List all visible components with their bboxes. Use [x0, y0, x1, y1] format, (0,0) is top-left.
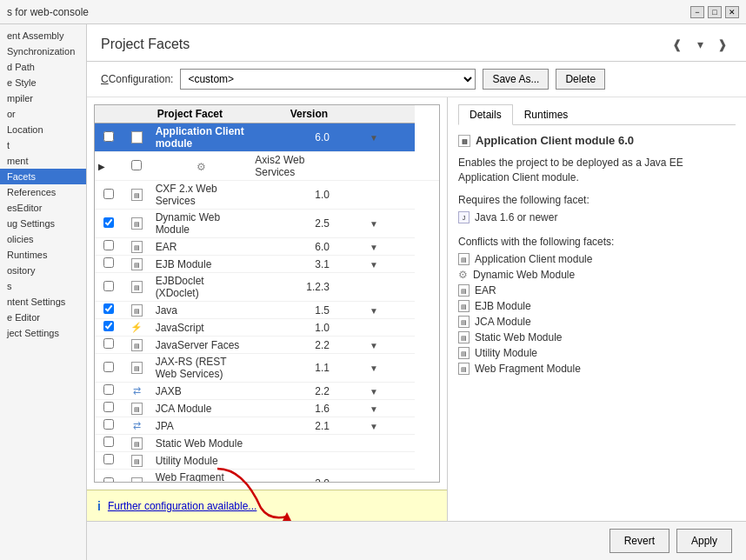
- facet-name: JavaScript: [152, 319, 252, 337]
- sidebar-item-location[interactable]: Location: [0, 122, 86, 137]
- facet-arrow[interactable]: ▼: [333, 210, 415, 238]
- facet-version: 1.0: [251, 319, 333, 337]
- sidebar-item-facets[interactable]: Facets: [0, 169, 86, 184]
- facet-arrow[interactable]: ▼: [333, 470, 415, 483]
- table-row[interactable]: ▤Application Client module6.0▼: [95, 123, 439, 152]
- back-button[interactable]: ❰: [668, 35, 687, 54]
- close-button[interactable]: ✕: [725, 6, 739, 18]
- list-item: ▤ EAR: [458, 283, 736, 298]
- sidebar-item-references[interactable]: References: [0, 184, 86, 200]
- facet-checkbox[interactable]: [103, 454, 114, 464]
- details-title: ▤ Application Client module 6.0: [458, 134, 736, 147]
- facet-checkbox[interactable]: [103, 384, 114, 395]
- facet-arrow[interactable]: ▼: [333, 302, 415, 319]
- config-select[interactable]: <custom>: [180, 69, 476, 90]
- facet-name: Utility Module: [152, 452, 252, 470]
- info-bar: i Further configuration available...: [87, 490, 447, 521]
- title-bar-controls: − □ ✕: [690, 6, 739, 18]
- table-row[interactable]: ⇄JAXB2.2▼: [95, 383, 439, 400]
- sidebar-item-eseditor[interactable]: esEditor: [0, 200, 86, 216]
- sidebar-item-s[interactable]: s: [0, 278, 86, 294]
- sidebar-item-ject-settings[interactable]: ject Settings: [0, 325, 86, 341]
- sidebar-item-olicies[interactable]: olicies: [0, 231, 86, 247]
- requires-title: Requires the following facet:: [458, 194, 736, 206]
- table-row[interactable]: ▤Web Fragment Module3.0▼: [95, 470, 439, 483]
- sidebar-item-ent-assembly[interactable]: ent Assembly: [0, 28, 86, 43]
- maximize-button[interactable]: □: [708, 6, 722, 18]
- sidebar-item-e-style[interactable]: e Style: [0, 75, 86, 90]
- table-row[interactable]: ⚡JavaScript1.0: [95, 319, 439, 337]
- tab-details[interactable]: Details: [458, 104, 513, 125]
- table-row[interactable]: ▤CXF 2.x Web Services1.0: [95, 181, 439, 210]
- table-row[interactable]: ▤EJBDoclet (XDoclet)1.2.3: [95, 273, 439, 302]
- table-row[interactable]: ▤Static Web Module: [95, 435, 439, 452]
- save-as-button[interactable]: Save As...: [483, 69, 549, 90]
- conflicts-list: ▤ Application Client module⚙ Dynamic Web…: [458, 251, 736, 377]
- table-row[interactable]: ▤EJB Module3.1▼: [95, 256, 439, 273]
- facets-table-container[interactable]: Project Facet Version ▤Application Clien…: [94, 104, 440, 483]
- sidebar-item-ntent-settings[interactable]: ntent Settings: [0, 294, 86, 310]
- facet-checkbox[interactable]: [103, 257, 114, 268]
- facet-arrow[interactable]: ▼: [333, 256, 415, 273]
- menu-button[interactable]: ▾: [690, 35, 709, 54]
- sidebar-item-or[interactable]: or: [0, 106, 86, 122]
- facet-version: 1.6: [251, 400, 333, 417]
- facet-arrow[interactable]: ▼: [333, 400, 415, 417]
- expand-arrow[interactable]: ▶: [95, 152, 122, 181]
- facet-checkbox[interactable]: [103, 281, 114, 291]
- tab-runtimes[interactable]: Runtimes: [513, 104, 580, 124]
- sidebar-item-d-path[interactable]: d Path: [0, 59, 86, 75]
- facet-arrow[interactable]: ▼: [333, 238, 415, 256]
- table-row[interactable]: ▤JCA Module1.6▼: [95, 400, 439, 417]
- facet-arrow[interactable]: ▼: [333, 354, 415, 383]
- further-config-link[interactable]: Further configuration available...: [108, 500, 256, 512]
- sidebar-item-synchronization[interactable]: Synchronization: [0, 43, 86, 59]
- forward-button[interactable]: ❱: [713, 35, 732, 54]
- table-row[interactable]: ▤JavaServer Faces2.2▼: [95, 337, 439, 354]
- facet-checkbox[interactable]: [103, 338, 114, 349]
- facet-arrow[interactable]: ▼: [333, 337, 415, 354]
- facet-arrow[interactable]: ▼: [333, 123, 415, 152]
- details-description: Enables the project to be deployed as a …: [458, 156, 736, 185]
- facet-arrow[interactable]: ▼: [333, 383, 415, 400]
- sidebar-item-t[interactable]: t: [0, 137, 86, 153]
- list-item: ⚙ Dynamic Web Module: [458, 267, 736, 283]
- facet-version: [333, 152, 415, 181]
- sidebar-item-ment[interactable]: ment: [0, 153, 86, 169]
- table-row[interactable]: ⇄JPA2.1▼: [95, 417, 439, 435]
- sidebar-item-runtimes[interactable]: Runtimes: [0, 247, 86, 263]
- facet-checkbox[interactable]: [103, 217, 114, 228]
- table-row[interactable]: ▤Utility Module: [95, 452, 439, 470]
- facet-checkbox[interactable]: [103, 189, 114, 199]
- facet-arrow[interactable]: ▼: [333, 417, 415, 435]
- sidebar-item-e-editor[interactable]: e Editor: [0, 310, 86, 325]
- facet-checkbox[interactable]: [131, 160, 142, 170]
- facet-checkbox[interactable]: [103, 131, 114, 142]
- table-row[interactable]: ▤EAR6.0▼: [95, 238, 439, 256]
- list-item: ▤ Web Fragment Module: [458, 361, 736, 377]
- sidebar-item-ository[interactable]: ository: [0, 263, 86, 278]
- main-panel: Project Facets ❰ ▾ ❱ CConfiguration: <cu…: [87, 24, 746, 560]
- facet-checkbox[interactable]: [103, 437, 114, 447]
- minimize-button[interactable]: −: [690, 6, 704, 18]
- col-project-facet: Project Facet: [152, 105, 252, 123]
- facet-checkbox[interactable]: [103, 402, 114, 412]
- sidebar-item-ug-settings[interactable]: ug Settings: [0, 216, 86, 231]
- delete-button[interactable]: Delete: [556, 69, 605, 90]
- revert-button[interactable]: Revert: [609, 529, 669, 553]
- facet-checkbox[interactable]: [103, 303, 114, 314]
- sidebar-item-mpiler[interactable]: mpiler: [0, 90, 86, 106]
- facet-name: JAXB: [152, 383, 252, 400]
- facet-checkbox[interactable]: [103, 362, 114, 372]
- info-icon: i: [97, 499, 101, 513]
- table-row[interactable]: ▶⚙Axis2 Web Services: [95, 152, 439, 181]
- facet-checkbox[interactable]: [103, 240, 114, 250]
- table-row[interactable]: ▤Java1.5▼: [95, 302, 439, 319]
- facet-version: [251, 435, 333, 452]
- facet-checkbox[interactable]: [103, 477, 114, 483]
- table-row[interactable]: ▤JAX-RS (REST Web Services)1.1▼: [95, 354, 439, 383]
- apply-button[interactable]: Apply: [676, 529, 732, 553]
- facet-checkbox[interactable]: [103, 321, 114, 331]
- table-row[interactable]: ▤Dynamic Web Module2.5▼: [95, 210, 439, 238]
- facet-checkbox[interactable]: [103, 419, 114, 430]
